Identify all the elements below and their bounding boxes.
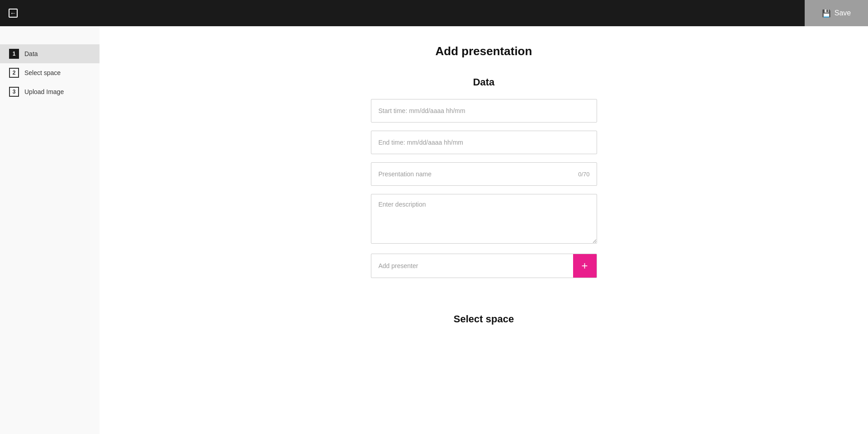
description-textarea[interactable] xyxy=(371,194,597,244)
step-number-3: 3 xyxy=(9,87,19,97)
main-container: 1 Data 2 Select space 3 Upload Image Add… xyxy=(0,26,868,434)
end-time-field xyxy=(371,131,597,154)
section-data-title: Data xyxy=(473,76,495,88)
section-select-space-title: Select space xyxy=(109,313,859,325)
sidebar-item-select-space[interactable]: 2 Select space xyxy=(0,63,100,82)
step-label-3: Upload Image xyxy=(24,88,64,95)
presenter-input[interactable] xyxy=(371,254,573,278)
back-arrow-icon: ← xyxy=(9,9,18,18)
presenter-field: + xyxy=(371,254,597,278)
step-number-2: 2 xyxy=(9,68,19,78)
save-icon: 💾 xyxy=(822,9,831,18)
step-label-2: Select space xyxy=(24,69,61,76)
presentation-name-field: 0/70 xyxy=(371,162,597,186)
presentation-name-input[interactable] xyxy=(371,162,597,186)
step-number-1: 1 xyxy=(9,49,19,59)
sidebar: 1 Data 2 Select space 3 Upload Image xyxy=(0,26,100,434)
description-field xyxy=(371,194,597,245)
form-container: 0/70 + xyxy=(371,99,597,286)
page-title: Add presentation xyxy=(436,44,532,58)
back-button[interactable]: ← xyxy=(0,0,26,26)
content-area: Add presentation Data 0/70 xyxy=(100,26,868,434)
sidebar-item-data[interactable]: 1 Data xyxy=(0,44,100,63)
char-counter: 0/70 xyxy=(578,171,589,178)
sidebar-item-upload-image[interactable]: 3 Upload Image xyxy=(0,82,100,101)
start-time-field xyxy=(371,99,597,123)
save-button[interactable]: 💾 Save xyxy=(805,0,868,26)
presenter-input-wrapper: + xyxy=(371,254,597,278)
plus-icon: + xyxy=(581,259,588,272)
select-space-section: Select space xyxy=(109,313,859,325)
start-time-input[interactable] xyxy=(371,99,597,123)
end-time-input[interactable] xyxy=(371,131,597,154)
add-presenter-button[interactable]: + xyxy=(573,254,597,278)
header: ← 💾 Save xyxy=(0,0,868,26)
step-label-1: Data xyxy=(24,50,38,57)
